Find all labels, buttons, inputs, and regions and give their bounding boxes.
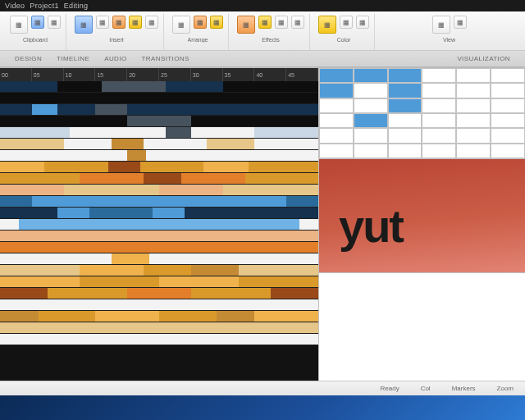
clip-segment[interactable] — [144, 265, 191, 276]
clip-segment[interactable] — [0, 253, 112, 264]
track-stack[interactable] — [0, 81, 318, 381]
ribbon-btn-zoom[interactable]: ▦ — [432, 16, 450, 34]
ribbon-btn-group[interactable]: ▦ — [210, 16, 223, 29]
clip-segment[interactable] — [127, 116, 191, 126]
grid-cell[interactable] — [388, 68, 422, 83]
track-row[interactable] — [0, 334, 318, 345]
clip-segment[interactable] — [181, 173, 245, 184]
track-row[interactable] — [0, 288, 318, 299]
clip-segment[interactable] — [0, 276, 80, 287]
grid-cell[interactable] — [354, 144, 388, 158]
clip-segment[interactable] — [207, 139, 254, 149]
track-row[interactable] — [0, 299, 318, 311]
clip-segment[interactable] — [102, 81, 166, 92]
clip-segment[interactable] — [0, 127, 70, 138]
grid-cell[interactable] — [456, 113, 491, 128]
clip-segment[interactable] — [0, 173, 80, 184]
clip-segment[interactable] — [108, 162, 140, 172]
clip-segment[interactable] — [0, 322, 318, 333]
clip-segment[interactable] — [159, 276, 239, 287]
track-row[interactable] — [0, 173, 318, 185]
clip-segment[interactable] — [159, 311, 217, 322]
clip-segment[interactable] — [249, 162, 318, 172]
track-row[interactable] — [0, 311, 318, 322]
clip-segment[interactable] — [127, 288, 191, 299]
track-row[interactable] — [0, 150, 318, 162]
grid-cell[interactable] — [491, 83, 525, 98]
clip-segment[interactable] — [223, 185, 318, 195]
clip-segment[interactable] — [64, 185, 159, 195]
clip-segment[interactable] — [254, 311, 318, 322]
grid-cell[interactable] — [388, 144, 422, 158]
tab-transitions[interactable]: TRANSITIONS — [142, 55, 189, 62]
grid-cell[interactable] — [354, 68, 388, 83]
clip-segment[interactable] — [0, 265, 80, 276]
clip-segment[interactable] — [0, 162, 44, 172]
ribbon-btn-fx1[interactable]: ▦ — [237, 16, 255, 34]
ribbon-btn-b[interactable]: ▦ — [145, 16, 158, 29]
clip-segment[interactable] — [203, 162, 248, 172]
clip-segment[interactable] — [127, 150, 146, 161]
ribbon-btn-cut[interactable]: ▦ — [31, 16, 44, 29]
grid-cell[interactable] — [319, 68, 354, 83]
ribbon-btn-shape[interactable]: ▦ — [96, 16, 109, 29]
ribbon-btn-swatch[interactable]: ▦ — [356, 16, 369, 29]
clip-segment[interactable] — [144, 139, 208, 149]
track-row[interactable] — [0, 253, 318, 265]
grid-cell[interactable] — [491, 68, 525, 83]
clip-segment[interactable] — [0, 196, 32, 207]
grid-cell[interactable] — [422, 98, 456, 113]
clip-segment[interactable] — [19, 219, 299, 230]
clip-segment[interactable] — [44, 162, 108, 172]
grid-cell[interactable] — [422, 68, 456, 83]
clip-segment[interactable] — [191, 116, 318, 126]
clip-segment[interactable] — [239, 276, 318, 287]
clip-segment[interactable] — [191, 265, 239, 276]
ribbon-btn-fx2[interactable]: ▦ — [258, 16, 272, 29]
clip-segment[interactable] — [127, 104, 318, 115]
clip-segment[interactable] — [112, 253, 150, 264]
ribbon-btn-a[interactable]: ▦ — [129, 16, 142, 29]
grid-cell[interactable] — [456, 83, 491, 98]
clip-segment[interactable] — [70, 127, 165, 138]
grid-cell[interactable] — [491, 98, 525, 113]
tab-design[interactable]: DESIGN — [15, 55, 42, 62]
track-row[interactable] — [0, 185, 318, 196]
grid-cell[interactable] — [388, 98, 422, 113]
clip-segment[interactable] — [191, 288, 271, 299]
track-row[interactable] — [0, 139, 318, 150]
grid-cell[interactable] — [422, 113, 456, 128]
grid-cell[interactable] — [388, 113, 422, 128]
clip-segment[interactable] — [0, 116, 127, 126]
ribbon-btn-outline[interactable]: ▦ — [340, 16, 353, 29]
clip-segment[interactable] — [39, 311, 96, 322]
grid-cell[interactable] — [354, 113, 388, 128]
layout-grid[interactable] — [319, 68, 525, 158]
clip-segment[interactable] — [32, 196, 286, 207]
clip-segment[interactable] — [159, 185, 223, 195]
grid-cell[interactable] — [491, 113, 525, 128]
clip-segment[interactable] — [140, 162, 204, 172]
clip-segment[interactable] — [0, 219, 19, 230]
track-row[interactable] — [0, 231, 318, 242]
clip-segment[interactable] — [0, 93, 318, 103]
clip-segment[interactable] — [80, 173, 144, 184]
clip-segment[interactable] — [185, 208, 318, 218]
clip-segment[interactable] — [0, 299, 318, 310]
ribbon-btn-fx3[interactable]: ▦ — [275, 16, 288, 29]
time-ruler[interactable]: 00051015202530354045 — [0, 68, 318, 81]
grid-cell[interactable] — [422, 128, 456, 143]
clip-segment[interactable] — [0, 311, 39, 322]
ribbon-btn-front[interactable]: ▦ — [172, 16, 190, 34]
ribbon-btn-paste[interactable]: ▦ — [10, 16, 28, 34]
ribbon-btn-back[interactable]: ▦ — [194, 16, 207, 29]
clip-segment[interactable] — [254, 127, 318, 138]
clip-segment[interactable] — [254, 139, 318, 149]
tab-visualization[interactable]: VISUALIZATION — [457, 55, 510, 62]
ribbon-btn-fill[interactable]: ▦ — [318, 16, 336, 34]
grid-cell[interactable] — [319, 98, 354, 113]
track-row[interactable] — [0, 265, 318, 276]
clip-segment[interactable] — [271, 288, 318, 299]
clip-segment[interactable] — [57, 81, 102, 92]
track-row[interactable] — [0, 322, 318, 334]
